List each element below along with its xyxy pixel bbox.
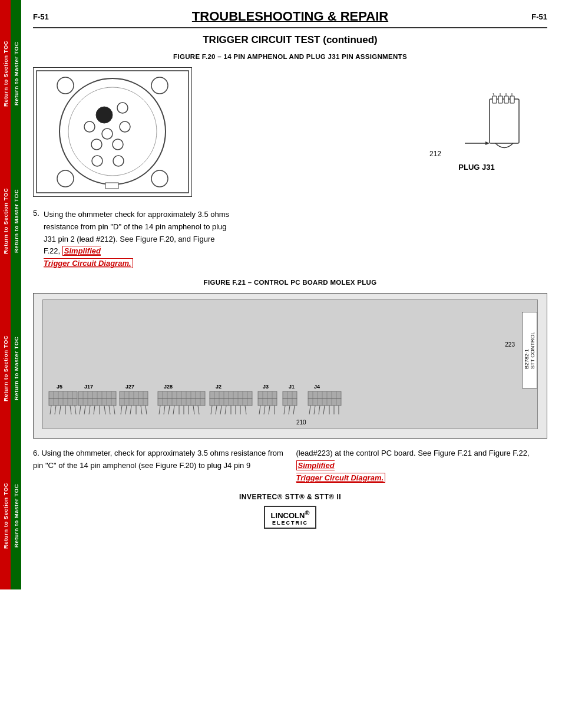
svg-line-130 (289, 406, 290, 414)
svg-line-129 (284, 406, 285, 414)
svg-point-8 (91, 139, 102, 150)
section-toc-tab-1[interactable]: Return to Section TOC (0, 0, 11, 147)
lincoln-name: LINCOLN® (271, 511, 310, 520)
section-toc-tab-3[interactable]: Return to Section TOC (0, 295, 11, 442)
svg-point-10 (92, 156, 103, 166)
svg-rect-96 (210, 391, 252, 398)
svg-text:J5: J5 (57, 384, 62, 390)
svg-line-121 (264, 406, 265, 414)
svg-text:J28: J28 (164, 384, 173, 390)
svg-line-144 (323, 406, 325, 414)
svg-line-40 (70, 406, 71, 414)
number-223: 223 (505, 341, 515, 348)
main-title: TROUBLESHOOTING & REPAIR (61, 9, 520, 24)
svg-line-69 (125, 406, 127, 414)
left-sidebar: Return to Section TOC Return to Master T… (0, 0, 21, 728)
svg-rect-133 (308, 391, 341, 398)
svg-text:J2: J2 (216, 384, 222, 390)
lincoln-logo: LINCOLN® ELECTRIC (264, 506, 317, 528)
master-toc-tab-1[interactable]: Return to Master TOC (11, 0, 21, 147)
step-6-text-left: Using the ohmmeter, check for approximat… (33, 449, 283, 470)
svg-text:J27: J27 (125, 384, 134, 390)
sidebar-group-2: Return to Section TOC Return to Master T… (0, 147, 21, 295)
svg-line-52 (80, 406, 81, 414)
svg-line-38 (59, 406, 61, 414)
svg-line-142 (314, 406, 315, 414)
amphenol-drawing (33, 67, 192, 197)
svg-line-87 (164, 406, 165, 414)
svg-line-86 (159, 406, 160, 414)
step-6-section: 6. Using the ohmmeter, check for approxi… (33, 447, 547, 484)
svg-marker-18 (485, 141, 490, 145)
svg-rect-22 (504, 96, 508, 103)
svg-point-5 (84, 121, 95, 132)
page-number-right: F-51 (531, 12, 547, 21)
svg-point-12 (57, 77, 74, 94)
svg-line-141 (309, 406, 310, 414)
electric-text: ELECTRIC (271, 520, 310, 526)
sidebar-group-4: Return to Section TOC Return to Master T… (0, 442, 21, 589)
svg-point-15 (151, 170, 168, 187)
svg-point-13 (151, 77, 168, 94)
svg-line-57 (104, 406, 105, 414)
svg-line-93 (193, 406, 194, 414)
svg-line-54 (89, 406, 90, 414)
svg-line-113 (245, 406, 246, 414)
section-toc-tab-2[interactable]: Return to Section TOC (0, 147, 11, 295)
step-5-number: 5. (33, 209, 44, 270)
svg-line-106 (211, 406, 212, 414)
svg-point-6 (102, 129, 113, 139)
svg-line-58 (109, 406, 110, 414)
svg-rect-125 (283, 391, 297, 398)
svg-rect-16 (105, 183, 118, 189)
sidebar-group-1: Return to Section TOC Return to Master T… (0, 0, 21, 147)
step-6-number: 6. (33, 449, 39, 457)
main-content: F-51 TROUBLESHOOTING & REPAIR F-51 TRIGG… (21, 0, 562, 541)
svg-rect-134 (308, 398, 341, 406)
page-header: F-51 TROUBLESHOOTING & REPAIR F-51 (33, 9, 547, 24)
svg-line-36 (50, 406, 51, 414)
master-toc-tab-4[interactable]: Return to Master TOC (11, 442, 21, 589)
svg-line-73 (146, 406, 147, 414)
svg-rect-23 (510, 96, 514, 103)
figure-f21-label: FIGURE F.21 – CONTROL PC BOARD MOLEX PLU… (33, 279, 547, 286)
svg-point-4 (117, 103, 128, 113)
molex-board: STT CONTROL B2782-1 223 J5 (42, 299, 538, 429)
simplified-trigger-link-2[interactable]: SimplifiedTrigger Circuit Diagram. (296, 460, 386, 483)
svg-line-122 (269, 406, 270, 414)
svg-point-11 (113, 156, 124, 166)
svg-line-143 (319, 406, 320, 414)
footer: INVERTEC® STT® & STT® II LINCOLN® ELECTR… (33, 493, 547, 528)
svg-text:J17: J17 (84, 384, 93, 390)
page-number-left: F-51 (33, 12, 49, 21)
svg-line-41 (75, 406, 76, 414)
svg-text:J1: J1 (289, 384, 295, 390)
svg-rect-126 (283, 398, 297, 406)
svg-line-88 (168, 406, 170, 414)
svg-line-37 (55, 406, 56, 414)
svg-line-24 (493, 93, 494, 96)
svg-rect-97 (210, 398, 252, 406)
stt-control-label: STT CONTROL B2782-1 (522, 312, 537, 388)
plug-j31-label: PLUG J31 (458, 163, 494, 172)
stt-control-text: STT CONTROL B2782-1 (524, 331, 535, 368)
title-divider (33, 27, 547, 28)
amphenol-svg (34, 68, 193, 197)
plug-j31-row: 212 (429, 93, 524, 158)
section-title: TRIGGER CIRCUIT TEST (continued) (33, 34, 547, 46)
master-toc-tab-3[interactable]: Return to Master TOC (11, 295, 21, 442)
svg-line-68 (121, 406, 122, 414)
step-6-left: 6. Using the ohmmeter, check for approxi… (33, 447, 285, 484)
svg-point-14 (57, 170, 74, 187)
svg-line-108 (220, 406, 222, 414)
figure-f20-label: FIGURE F.20 – 14 PIN AMPHENOL AND PLUG J… (33, 53, 547, 60)
section-toc-tab-4[interactable]: Return to Section TOC (0, 442, 11, 589)
svg-line-120 (259, 406, 260, 414)
lincoln-registered: ® (305, 509, 309, 516)
sidebar-group-3: Return to Section TOC Return to Master T… (0, 295, 21, 442)
footer-product: INVERTEC® STT® & STT® II (33, 493, 547, 501)
svg-text:J3: J3 (263, 384, 269, 390)
master-toc-tab-2[interactable]: Return to Master TOC (11, 147, 21, 295)
svg-line-70 (130, 406, 131, 414)
svg-rect-20 (492, 96, 497, 103)
